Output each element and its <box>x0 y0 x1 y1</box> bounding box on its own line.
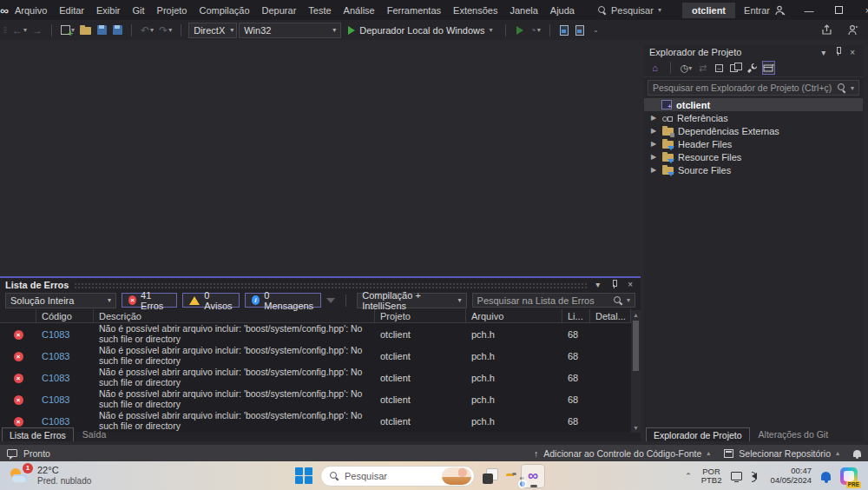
menu-ferramentas[interactable]: Ferramentas <box>381 2 447 19</box>
menu-compilacao[interactable]: Compilação <box>193 2 255 19</box>
menu-depurar[interactable]: Depurar <box>256 2 303 19</box>
tree-item-header-files[interactable]: ▶ Header Files <box>644 137 863 150</box>
save-all-button[interactable] <box>110 23 124 38</box>
column-description[interactable]: Descrição <box>94 309 375 322</box>
error-code-link[interactable]: C1083 <box>42 351 69 361</box>
close-button[interactable]: × <box>853 0 868 20</box>
messages-filter-button[interactable]: i 0 Mensagens <box>245 293 322 308</box>
error-code-link[interactable]: C1083 <box>42 394 69 405</box>
start-debugging-button[interactable]: Depurador Local do Windows ▾ <box>343 23 497 38</box>
menu-projeto[interactable]: Projeto <box>151 2 194 19</box>
tab-alteracoes-do-git[interactable]: Alterações do Git <box>752 427 836 441</box>
menu-extensoes[interactable]: Extensões <box>447 2 503 19</box>
weather-widget[interactable]: 1 22°C Pred. nublado <box>0 466 100 487</box>
column-severity[interactable] <box>0 309 36 322</box>
visual-studio-taskbar-button[interactable]: ∞ <box>522 465 544 487</box>
close-panel-icon[interactable]: × <box>625 280 635 289</box>
select-repository-button[interactable]: Selecionar Repositório ▴ <box>724 448 839 459</box>
scrollbar-thumb[interactable] <box>633 321 639 371</box>
error-row[interactable]: × C1083 Não é possível abrir arquivo inc… <box>0 367 641 388</box>
share-icon[interactable] <box>821 24 833 36</box>
quick-search-button[interactable]: Pesquisar ▾ <box>591 3 668 18</box>
tab-saida[interactable]: Saída <box>76 427 113 441</box>
sync-with-active-document-icon[interactable]: ⇄ <box>696 61 709 75</box>
pin-icon[interactable] <box>608 280 620 290</box>
undo-button[interactable]: ↶▾ <box>139 23 155 38</box>
panel-menu-icon[interactable]: ▾ <box>819 48 828 57</box>
menu-analise[interactable]: Análise <box>338 2 381 19</box>
column-detail[interactable]: Detal... <box>590 309 631 322</box>
task-view-button[interactable] <box>483 468 498 484</box>
solution-explorer-title-bar[interactable]: Explorador de Projeto ▾ × <box>644 45 863 59</box>
tree-item-referencias[interactable]: ▶ Referências <box>644 111 863 124</box>
editor-layout-button[interactable] <box>573 23 587 38</box>
menu-exibir[interactable]: Exibir <box>90 2 127 19</box>
solution-explorer-search[interactable]: ▾ <box>648 80 859 96</box>
error-code-link[interactable]: C1083 <box>42 416 69 427</box>
minimize-button[interactable]: — <box>794 0 824 20</box>
network-icon[interactable] <box>731 472 742 480</box>
taskbar-search[interactable]: Pesquisar <box>320 466 475 487</box>
navigate-back-button[interactable]: ←▾ <box>10 23 29 38</box>
expand-chevron-icon[interactable]: ▶ <box>651 140 658 148</box>
tab-lista-de-erros[interactable]: Lista de Erros <box>2 427 74 441</box>
volume-icon[interactable] <box>752 473 757 480</box>
sign-in-button[interactable]: Entrar <box>735 5 794 16</box>
build-intellisense-dropdown[interactable]: Compilação + IntelliSens ▾ <box>357 293 466 308</box>
language-indicator[interactable]: POR PTB2 <box>701 467 722 485</box>
error-row[interactable]: × C1083 Não é possível abrir arquivo inc… <box>0 323 641 345</box>
save-button[interactable] <box>95 23 108 38</box>
start-without-debugging-button[interactable] <box>513 23 527 38</box>
column-project[interactable]: Projeto <box>375 309 466 322</box>
redo-button[interactable]: ↷▾ <box>157 23 174 38</box>
scroll-down-icon[interactable]: ▼ <box>631 423 641 433</box>
error-scope-dropdown[interactable]: Solução Inteira ▾ <box>5 293 116 308</box>
panel-menu-icon[interactable]: ▾ <box>593 280 602 289</box>
menu-git[interactable]: Git <box>127 2 151 19</box>
tree-item-resource-files[interactable]: ▶ Resource Files <box>644 150 863 163</box>
menu-editar[interactable]: Editar <box>53 2 90 19</box>
tree-item-project-otclient[interactable]: otclient <box>644 98 863 111</box>
menu-arquivo[interactable]: Arquivo <box>9 2 53 19</box>
errors-filter-button[interactable]: × 41 Erros <box>122 293 177 308</box>
menu-teste[interactable]: Teste <box>302 2 337 19</box>
hidden-icons-chevron[interactable]: ⌃ <box>685 472 692 480</box>
menu-janela[interactable]: Janela <box>503 2 543 19</box>
toolbar-overflow-button[interactable]: ⌄ <box>589 23 602 38</box>
error-list-search[interactable]: ▾ <box>472 293 635 308</box>
preview-selected-items-icon[interactable] <box>762 61 775 75</box>
error-code-link[interactable]: C1083 <box>42 329 69 340</box>
filter-icon[interactable] <box>326 298 335 303</box>
error-list-scrollbar[interactable]: ▲ ▼ <box>631 310 641 433</box>
tree-item-dependencias-externas[interactable]: ▶ Dependências Externas <box>644 124 863 137</box>
platform-dropdown[interactable]: Win32 ▾ <box>239 23 341 38</box>
column-line[interactable]: Li... <box>562 309 590 322</box>
properties-wrench-icon[interactable] <box>746 61 759 75</box>
expand-chevron-icon[interactable]: ▶ <box>651 127 658 135</box>
open-folder-button[interactable] <box>78 23 93 38</box>
find-in-files-button[interactable] <box>557 23 571 38</box>
maximize-button[interactable] <box>824 0 853 20</box>
expand-chevron-icon[interactable]: ▶ <box>651 166 658 174</box>
expand-chevron-icon[interactable]: ▶ <box>651 153 658 161</box>
menu-ajuda[interactable]: Ajuda <box>544 2 581 19</box>
error-row[interactable]: × C1083 Não é possível abrir arquivo inc… <box>0 388 641 410</box>
tab-explorador-de-projeto[interactable]: Explorador de Projeto <box>646 427 750 441</box>
add-to-source-control-button[interactable]: ↑ Adicionar ao Controle do Código-Fonte … <box>534 448 710 459</box>
feedback-icon[interactable] <box>847 24 859 36</box>
error-code-link[interactable]: C1083 <box>42 373 69 383</box>
toolbar-grip[interactable]: ⁞⁞ <box>3 26 6 35</box>
scroll-up-icon[interactable]: ▲ <box>631 310 641 320</box>
pending-changes-filter-icon[interactable]: ◷▾ <box>680 61 693 75</box>
error-row[interactable]: × C1083 Não é possível abrir arquivo inc… <box>0 345 641 367</box>
expand-chevron-icon[interactable]: ▶ <box>651 114 658 122</box>
tree-item-source-files[interactable]: ▶ Source Files <box>644 163 863 176</box>
copilot-button[interactable]: PRE <box>840 467 858 485</box>
close-panel-icon[interactable]: × <box>847 48 858 57</box>
warnings-filter-button[interactable]: 0 Avisos <box>182 293 239 308</box>
column-file[interactable]: Arquivo <box>466 309 562 322</box>
configuration-dropdown[interactable]: DirectX ▾ <box>188 23 237 38</box>
feedback-bubble-icon[interactable] <box>7 449 17 457</box>
clock-widget[interactable]: 00:47 04/05/2024 <box>770 467 812 485</box>
pin-icon[interactable] <box>832 47 844 57</box>
